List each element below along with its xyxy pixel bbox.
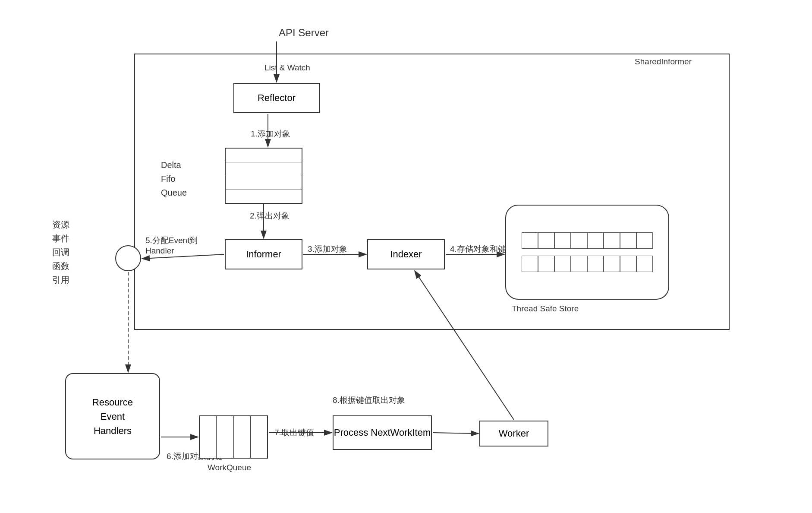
informer-label: Informer: [246, 249, 281, 260]
informer-box: Informer: [225, 239, 302, 269]
thread-store-label: Thread Safe Store: [512, 304, 579, 314]
api-server-label: API Server: [279, 27, 329, 39]
step5-text: 5.分配Event到Handler: [145, 235, 198, 256]
thread-safe-store: [505, 205, 669, 300]
step7-label: 7.取出键值: [274, 427, 314, 438]
resource-ref-label: 资源事件回调函数引用: [52, 218, 69, 287]
diagram: SharedInformer API Server List & Watch R…: [39, 19, 773, 494]
step4-label: 4.存储对象和键: [450, 244, 506, 255]
grid-row-1: [522, 232, 653, 249]
step3-label: 3.添加对象: [308, 244, 347, 255]
circle-node: [115, 245, 141, 271]
resource-event-handlers-label: ResourceEventHandlers: [92, 395, 133, 438]
worker-box: Worker: [479, 421, 548, 446]
delta-fifo-box: [225, 148, 302, 204]
workqueue-label: WorkQueue: [208, 463, 251, 472]
shared-informer-label: SharedInformer: [635, 57, 692, 66]
workqueue-box: [199, 415, 268, 459]
reflector-label: Reflector: [258, 92, 296, 104]
grid-row-2: [522, 256, 653, 272]
process-nextworkitem-box: Process NextWorkItem: [333, 415, 432, 450]
worker-label: Worker: [499, 428, 529, 439]
svg-line-11: [433, 433, 478, 434]
list-watch-label: List & Watch: [264, 63, 310, 73]
indexer-box: Indexer: [367, 239, 445, 269]
delta-fifo-label: Delta Fifo Queue: [161, 158, 187, 200]
process-label: Process NextWorkItem: [334, 426, 431, 440]
indexer-label: Indexer: [390, 249, 422, 260]
reflector-box: Reflector: [233, 83, 320, 113]
step2-label: 2.弹出对象: [250, 210, 290, 222]
resource-event-handlers-box: ResourceEventHandlers: [65, 373, 160, 459]
step1-label: 1.添加对象: [251, 128, 290, 139]
step8-label: 8.根据键值取出对象: [333, 395, 405, 406]
